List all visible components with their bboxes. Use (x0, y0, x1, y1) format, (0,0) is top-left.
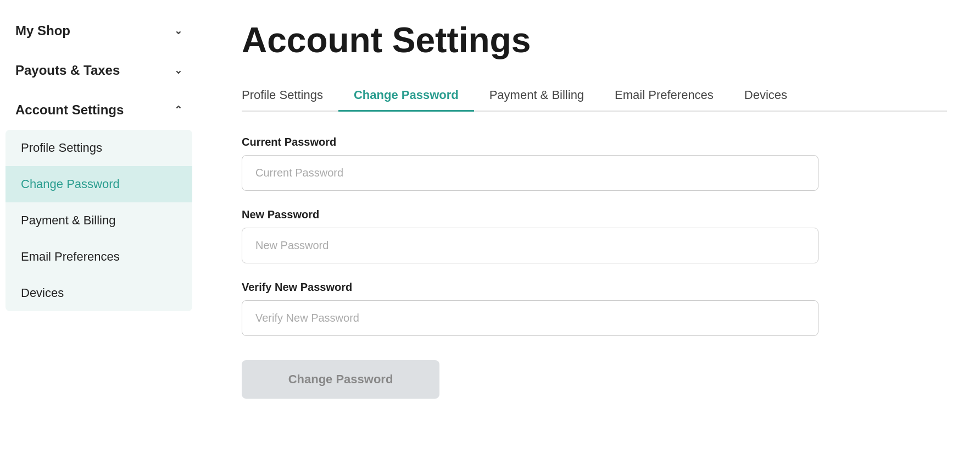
sidebar-item-account-settings-label: Account Settings (15, 102, 124, 118)
sidebar-sub-item-devices[interactable]: Devices (5, 275, 192, 311)
sidebar-item-my-shop-label: My Shop (15, 23, 70, 38)
sidebar-sub-item-profile-settings[interactable]: Profile Settings (5, 130, 192, 166)
form-group-verify-new-password: Verify New Password (242, 281, 818, 336)
current-password-label: Current Password (242, 136, 818, 148)
main-content: Account Settings Profile Settings Change… (198, 0, 980, 452)
form-group-current-password: Current Password (242, 136, 818, 191)
sidebar-item-my-shop[interactable]: My Shop ⌄ (0, 11, 198, 51)
sidebar-sub-item-email-preferences[interactable]: Email Preferences (5, 239, 192, 275)
sidebar-sub-item-change-password[interactable]: Change Password (5, 166, 192, 202)
sidebar: My Shop ⌄ Payouts & Taxes ⌄ Account Sett… (0, 0, 198, 452)
tab-payment-billing[interactable]: Payment & Billing (474, 80, 599, 112)
tab-profile-settings[interactable]: Profile Settings (242, 80, 338, 112)
verify-new-password-label: Verify New Password (242, 281, 818, 294)
tabs-nav: Profile Settings Change Password Payment… (242, 80, 947, 112)
chevron-down-icon: ⌄ (174, 25, 182, 37)
form-group-new-password: New Password (242, 208, 818, 263)
chevron-down-icon: ⌄ (174, 64, 182, 76)
chevron-up-icon: ⌃ (174, 104, 182, 116)
change-password-button[interactable]: Change Password (242, 360, 439, 399)
sidebar-item-payouts-taxes-label: Payouts & Taxes (15, 63, 120, 78)
current-password-input[interactable] (242, 155, 818, 191)
sidebar-sub-item-payment-billing[interactable]: Payment & Billing (5, 202, 192, 239)
sidebar-sub-menu-account-settings: Profile Settings Change Password Payment… (5, 130, 192, 311)
tab-devices[interactable]: Devices (729, 80, 803, 112)
page-title: Account Settings (242, 20, 947, 60)
new-password-input[interactable] (242, 228, 818, 263)
change-password-form: Current Password New Password Verify New… (242, 136, 818, 399)
tab-change-password[interactable]: Change Password (338, 80, 474, 112)
verify-new-password-input[interactable] (242, 300, 818, 336)
sidebar-item-payouts-taxes[interactable]: Payouts & Taxes ⌄ (0, 51, 198, 90)
sidebar-item-account-settings[interactable]: Account Settings ⌃ (0, 90, 198, 130)
new-password-label: New Password (242, 208, 818, 221)
tab-email-preferences[interactable]: Email Preferences (599, 80, 729, 112)
